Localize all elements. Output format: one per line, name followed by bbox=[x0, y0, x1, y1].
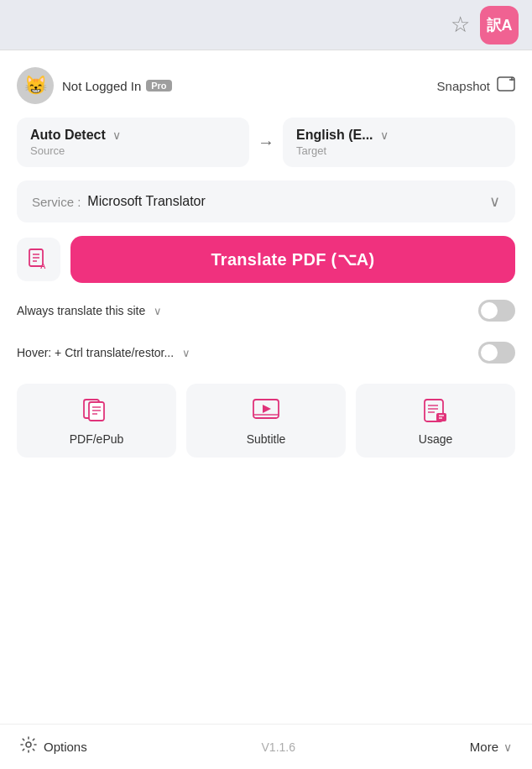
service-selector[interactable]: Service : Microsoft Translator ∨ bbox=[17, 180, 515, 222]
svg-text:A: A bbox=[40, 262, 46, 270]
service-chevron-icon: ∨ bbox=[489, 192, 500, 211]
always-translate-row: Always translate this site ∨ bbox=[17, 296, 515, 325]
svg-marker-14 bbox=[263, 405, 271, 413]
hover-translate-label: Hover: + Ctrl translate/restor... ∨ bbox=[17, 346, 190, 359]
translate-pdf-label: Translate PDF (⌥A) bbox=[211, 250, 374, 269]
service-name: Microsoft Translator bbox=[87, 194, 205, 209]
subtitle-button[interactable]: Subtitle bbox=[186, 384, 346, 458]
pdf-epub-label: PDF/ePub bbox=[70, 432, 124, 446]
source-language-selector[interactable]: Auto Detect ∨ Source bbox=[17, 118, 249, 167]
snapshot-icon bbox=[497, 76, 515, 96]
more-chevron-icon: ∨ bbox=[503, 740, 512, 754]
hover-translate-row: Hover: + Ctrl translate/restor... ∨ bbox=[17, 338, 515, 367]
translate-icon-button[interactable]: 訳A bbox=[480, 6, 519, 44]
options-label: Options bbox=[44, 740, 87, 754]
pdf-epub-icon bbox=[81, 395, 112, 426]
snapshot-label: Snapshot bbox=[437, 79, 490, 93]
svg-point-24 bbox=[26, 742, 31, 747]
target-language-name: English (E... bbox=[296, 128, 373, 143]
hover-translate-toggle[interactable] bbox=[478, 342, 515, 364]
options-button[interactable]: Options bbox=[20, 736, 87, 757]
star-icon: ☆ bbox=[451, 12, 470, 38]
source-language-name: Auto Detect bbox=[30, 128, 106, 143]
footer: Options V1.1.6 More ∨ bbox=[0, 724, 532, 769]
direction-arrow-icon: → bbox=[258, 133, 274, 152]
snapshot-button[interactable]: Snapshot bbox=[437, 76, 515, 96]
always-translate-chevron-icon: ∨ bbox=[154, 305, 162, 317]
target-chevron-icon: ∨ bbox=[380, 128, 389, 142]
translate-badge-icon: 訳A bbox=[487, 15, 513, 35]
avatar: 😸 bbox=[17, 67, 54, 104]
target-language-type: Target bbox=[296, 144, 389, 157]
subtitle-label: Subtitle bbox=[247, 432, 286, 446]
usage-label: Usage bbox=[419, 432, 452, 446]
top-bar: ☆ 訳A bbox=[0, 0, 532, 50]
pro-badge: Pro bbox=[146, 80, 171, 92]
translate-pdf-icon-button[interactable]: A bbox=[17, 238, 60, 281]
avatar-emoji: 😸 bbox=[24, 75, 47, 97]
language-selector-row: Auto Detect ∨ Source → English (E... ∨ T… bbox=[17, 118, 515, 167]
translate-pdf-button[interactable]: Translate PDF (⌥A) bbox=[70, 236, 515, 283]
always-translate-text: Always translate this site bbox=[17, 304, 145, 317]
always-translate-toggle[interactable] bbox=[478, 300, 515, 322]
login-status: Not Logged In Pro bbox=[62, 79, 172, 93]
usage-icon bbox=[420, 395, 451, 426]
hover-translate-text: Hover: + Ctrl translate/restor... bbox=[17, 346, 174, 359]
source-chevron-icon: ∨ bbox=[112, 128, 121, 142]
svg-rect-9 bbox=[89, 402, 104, 421]
translate-row: A Translate PDF (⌥A) bbox=[17, 236, 515, 283]
usage-button[interactable]: Usage bbox=[356, 384, 515, 458]
target-language-selector[interactable]: English (E... ∨ Target bbox=[283, 118, 515, 167]
source-language-type: Source bbox=[30, 144, 121, 157]
svg-rect-21 bbox=[436, 413, 446, 421]
main-panel: 😸 Not Logged In Pro Snapshot bbox=[0, 50, 532, 724]
service-label: Service : bbox=[32, 195, 81, 209]
star-button[interactable]: ☆ bbox=[451, 12, 470, 38]
subtitle-icon bbox=[251, 395, 281, 426]
always-translate-label: Always translate this site ∨ bbox=[17, 304, 162, 317]
tools-row: PDF/ePub Subtitle bbox=[17, 384, 515, 458]
not-logged-in-label: Not Logged In bbox=[62, 79, 141, 93]
user-info: 😸 Not Logged In Pro bbox=[17, 67, 172, 104]
version-label: V1.1.6 bbox=[262, 740, 295, 754]
more-label: More bbox=[470, 740, 498, 754]
pdf-epub-button[interactable]: PDF/ePub bbox=[17, 384, 176, 458]
gear-icon bbox=[20, 736, 37, 757]
translate-pdf-small-icon: A bbox=[27, 248, 50, 271]
hover-chevron-icon: ∨ bbox=[182, 347, 190, 359]
header-row: 😸 Not Logged In Pro Snapshot bbox=[17, 67, 515, 104]
more-button[interactable]: More ∨ bbox=[470, 740, 512, 754]
